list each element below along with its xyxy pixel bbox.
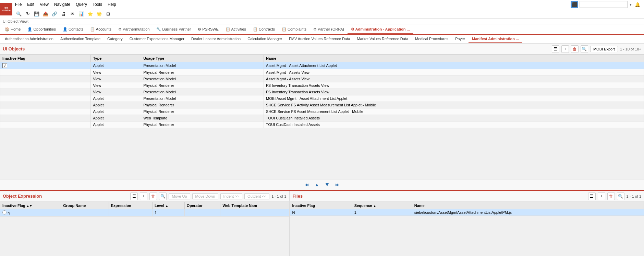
usage-type-cell: Presentation Model: [141, 95, 264, 102]
header-top: dieMobiliar File Edit View Navigate Quer…: [0, 0, 644, 19]
mobi-export-button[interactable]: MOBI Export: [590, 46, 618, 52]
bell-icon[interactable]: 🔔: [634, 1, 641, 8]
outdent-button[interactable]: Outdent <<: [244, 193, 269, 199]
search-top-input[interactable]: [580, 1, 628, 8]
table-row[interactable]: AppletPhysical RendererSHCE Service FS A…: [0, 108, 644, 115]
sub-tab-fmv[interactable]: FMV Auction Values Reference Data: [285, 36, 353, 43]
inactive-flag-cell: [0, 95, 91, 102]
menu-tools[interactable]: Tools: [93, 2, 102, 7]
indent-button[interactable]: Indent >>: [220, 193, 243, 199]
files-add-button[interactable]: ＋: [598, 193, 605, 200]
mail-icon[interactable]: ✉: [69, 10, 76, 18]
table-row[interactable]: ViewPhysical RendererFS Inventory Transa…: [0, 82, 644, 89]
refresh-icon[interactable]: ↻: [24, 10, 32, 18]
delete-record-button[interactable]: 🗑: [571, 45, 579, 53]
move-up-button[interactable]: Move Up: [169, 193, 190, 199]
add-record-button[interactable]: ＋: [561, 45, 569, 53]
menu-help[interactable]: Help: [108, 2, 116, 7]
files-name-cell: siebel/custom/AssetMgmtAssetAttachmentLi…: [412, 209, 644, 216]
table-row[interactable]: ViewPresentation ModelFS Inventory Trans…: [0, 89, 644, 95]
sub-tab-auth-admin[interactable]: Authentication Administration: [1, 36, 57, 43]
sub-tab-category[interactable]: Category: [104, 36, 126, 43]
hamburger-icon[interactable]: ☰: [552, 45, 559, 53]
files-hamburger-icon[interactable]: ☰: [588, 193, 596, 200]
star2-icon[interactable]: 🌟: [95, 10, 103, 18]
next-page-btn[interactable]: ▼: [324, 181, 331, 188]
files-sequence-cell: 1: [352, 209, 412, 216]
inactive-flag-cell: [0, 102, 91, 108]
tab-opportunities[interactable]: 👤 Opportunities: [24, 26, 59, 34]
type-cell: View: [91, 82, 141, 89]
files-search-button[interactable]: 🔍: [617, 193, 624, 200]
export-icon[interactable]: 📤: [42, 10, 49, 18]
object-expression-panel: Object Expression ☰ ＋ 🗑 🔍 Move Up Move D…: [0, 191, 290, 256]
table-row[interactable]: N 1 siebel/custom/AssetMgmtAssetAttachme…: [290, 209, 644, 216]
menu-view[interactable]: View: [40, 2, 49, 7]
search-button[interactable]: 🔍: [581, 45, 588, 53]
menu-edit[interactable]: Edit: [27, 2, 34, 7]
tab-business-partner[interactable]: 🔧 Business Partner: [153, 26, 194, 34]
table-row[interactable]: AppletPhysical RendererSHCE Service FS A…: [0, 102, 644, 108]
table-row[interactable]: AppletPresentation ModelMOBI Asset Mgmt …: [0, 95, 644, 102]
sub-tab-market-values[interactable]: Market Values Reference Data: [353, 36, 412, 43]
search-icon[interactable]: 🔍: [15, 10, 23, 18]
star-icon[interactable]: ⭐: [86, 10, 94, 18]
sub-tab-dealer-locator[interactable]: Dealer Locator Administration: [188, 36, 244, 43]
nav-tabs: 🏠 Home 👤 Opportunities 👤 Contacts 📋 Acco…: [0, 24, 644, 35]
table-row[interactable]: N 1: [0, 209, 289, 217]
table-row[interactable]: ViewPresentation ModelAsset Mgmt - Asset…: [0, 76, 644, 82]
tab-accounts[interactable]: 📋 Accounts: [87, 26, 115, 34]
pagination-row: ⏮ ▲ ▼ ⏭: [0, 179, 644, 190]
sub-tab-payer[interactable]: Payer: [452, 36, 469, 43]
tab-administration-application[interactable]: ⚙ Administration - Application ...: [348, 26, 413, 34]
name-cell: Asset Mgmt - Asset Attachment List Apple…: [264, 62, 644, 69]
tab-contracts[interactable]: 📋 Contracts: [250, 26, 278, 34]
print-icon[interactable]: 🖨: [60, 10, 67, 18]
sub-tab-customer-expectations[interactable]: Customer Expectations Manager: [126, 36, 188, 43]
tab-home[interactable]: 🏠 Home: [1, 26, 24, 34]
object-expression-header: Object Expression ☰ ＋ 🗑 🔍 Move Up Move D…: [0, 191, 289, 202]
first-page-btn[interactable]: ⏮: [303, 181, 311, 188]
last-page-btn[interactable]: ⏭: [334, 181, 341, 188]
files-count: 1 - 1 of 1: [627, 194, 641, 198]
menu-query[interactable]: Query: [76, 2, 87, 7]
oe-hamburger-icon[interactable]: ☰: [130, 193, 138, 200]
files-delete-button[interactable]: 🗑: [607, 193, 615, 200]
oe-level-cell: 1: [153, 209, 185, 217]
tab-partner-orpa[interactable]: ⚙ Partner (ORPA): [310, 26, 348, 34]
app-logo: dieMobiliar: [0, 3, 12, 15]
tab-psrswe[interactable]: ⚙ PSRSWE: [194, 26, 222, 34]
prev-page-btn[interactable]: ▲: [313, 181, 321, 188]
tab-contacts[interactable]: 👤 Contacts: [59, 26, 87, 34]
link-icon[interactable]: 🔗: [51, 10, 58, 18]
table-row[interactable]: ✓AppletPresentation ModelAsset Mgmt - As…: [0, 62, 644, 69]
menu-file[interactable]: File: [15, 2, 22, 7]
files-title: Files: [293, 194, 586, 199]
sub-tab-calculation-manager[interactable]: Calculation Manager: [244, 36, 285, 43]
oe-col-inactive: Inactive Flag ▲▼: [0, 202, 61, 209]
oe-webtemplate-cell: [220, 209, 289, 217]
tab-complaints[interactable]: 📋 Complaints: [278, 26, 310, 34]
tab-partnermutation[interactable]: ⚙ Partnermutation: [115, 26, 153, 34]
move-down-button[interactable]: Move Down: [192, 193, 218, 199]
sub-tab-manifest[interactable]: Manifest Administration ...: [469, 36, 522, 43]
name-cell: FS Inventory Transaction Assets View: [264, 89, 644, 95]
table-row[interactable]: ViewPhysical RendererAsset Mgmt - Assets…: [0, 69, 644, 76]
oe-add-button[interactable]: ＋: [140, 193, 147, 200]
chart-icon[interactable]: 📊: [77, 10, 85, 18]
oe-search-button[interactable]: 🔍: [159, 193, 167, 200]
oe-delete-button[interactable]: 🗑: [149, 193, 157, 200]
grid-icon[interactable]: ⊞: [104, 10, 112, 18]
table-row[interactable]: AppletWeb TemplateTOUI CustDash Installe…: [0, 115, 644, 121]
name-cell: Asset Mgmt - Assets View: [264, 69, 644, 76]
sub-tab-medical[interactable]: Medical Procedures: [412, 36, 452, 43]
sub-tab-auth-template[interactable]: Authentication Template: [57, 36, 104, 43]
tab-activities[interactable]: 📋 Activities: [222, 26, 250, 34]
col-usage-type: Usage Type: [141, 55, 264, 62]
table-row[interactable]: AppletPhysical RendererTOUI CustDash Ins…: [0, 121, 644, 128]
inactive-flag-cell: [0, 121, 91, 128]
save-icon[interactable]: 💾: [33, 10, 40, 18]
cube-icon[interactable]: ⬛: [571, 1, 578, 8]
menu-navigate[interactable]: Navigate: [54, 2, 70, 7]
oe-col-level: Level ▲: [153, 202, 185, 209]
